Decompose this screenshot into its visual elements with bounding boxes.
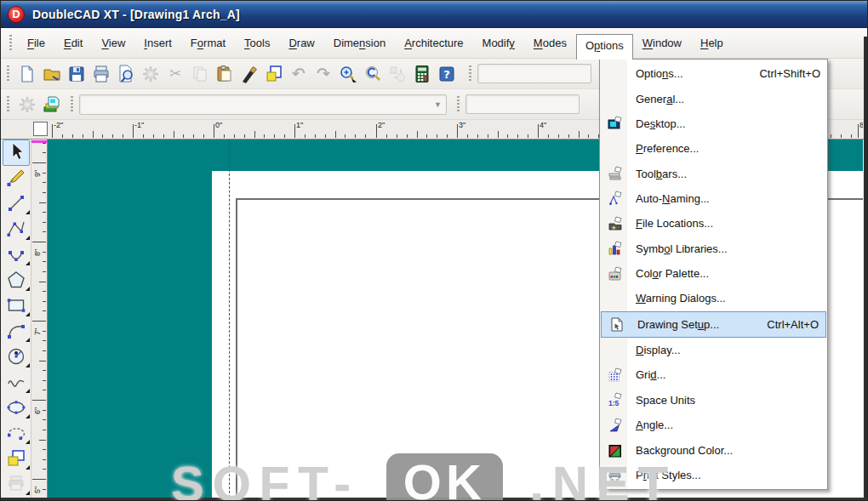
menu-item-options[interactable]: Options...Ctrl+Shift+O [600,61,827,86]
spline-tool[interactable] [1,369,31,395]
select-tool[interactable] [1,139,31,165]
menu-item-preference[interactable]: Preference... [600,136,827,161]
paste-button[interactable] [213,62,237,86]
menu-item-general[interactable]: General... [600,86,827,111]
field2-grip-handle[interactable] [457,96,460,113]
layer-combo[interactable]: ▼ [79,94,447,115]
print-preview-button[interactable] [114,62,138,86]
elliptical-arc-tool[interactable] [1,420,31,446]
sketch-tool[interactable] [1,165,31,191]
menu-item-toolbars[interactable]: Toolbars... [600,161,827,185]
rectangle-tool[interactable] [1,293,31,318]
cut-button: ✂ [163,62,187,86]
toolbar2-grip-handle[interactable] [7,96,9,113]
h-ruler-label: 1" [296,121,303,129]
menu-architecture[interactable]: Architecture [395,33,472,53]
ruler-tick [447,134,448,138]
flyout-triangle-icon[interactable] [26,491,30,495]
menu-options[interactable]: Options [576,34,633,60]
menu-modes[interactable]: Modes [524,33,576,53]
menu-item-auto-naming[interactable]: Auto-Naming... [600,186,827,211]
menu-view[interactable]: View [92,33,134,53]
menu-item-drawing-setup[interactable]: Drawing Setup...Ctrl+Alt+O [601,311,826,338]
circle-tool[interactable] [1,344,31,369]
menu-item-color-palette[interactable]: Color Palette... [600,261,827,286]
toolbar1-grip-handle[interactable] [7,65,9,83]
flyout-triangle-icon[interactable] [26,312,30,316]
flyout-triangle-icon[interactable] [26,338,30,342]
menu-tools[interactable]: Tools [235,33,279,53]
menu-format[interactable]: Format [181,33,235,53]
new-button[interactable] [15,62,39,86]
flyout-triangle-icon[interactable] [26,465,30,470]
ruler-origin-box[interactable] [33,122,48,136]
menu-item-desktop[interactable]: Desktop... [600,111,827,136]
curve-tool[interactable] [1,318,31,344]
print-button[interactable] [89,62,113,86]
auto-naming-icon [603,191,627,206]
menu-edit[interactable]: Edit [54,33,92,53]
flyout-triangle-icon[interactable] [26,210,30,214]
menu-item-file-locations[interactable]: ★File Locations... [600,211,827,236]
ruler-tick [858,124,859,138]
flyout-triangle-icon[interactable] [26,389,30,393]
chevron-down-icon[interactable]: ▼ [434,100,442,109]
menu-window[interactable]: Window [633,33,691,53]
menu-item-label: Drawing Setup... [637,318,719,331]
ruler-tick [183,134,184,138]
menu-item-warning-dialogs[interactable]: Warning Dialogs... [600,286,827,310]
zoom-in-button[interactable] [336,62,360,86]
menu-modify[interactable]: Modify [473,33,524,53]
ruler-tick [274,134,275,138]
menu-item-grid[interactable]: Grid... [600,362,827,387]
format-painter-button[interactable] [237,62,261,86]
flyout-triangle-icon[interactable] [26,363,30,367]
combo-grip-handle[interactable] [71,96,73,113]
field1-grip-handle[interactable] [469,65,471,83]
flyout-triangle-icon[interactable] [26,440,30,444]
polygon-tool[interactable] [1,267,31,293]
save-button[interactable] [65,62,89,86]
flyout-triangle-icon[interactable] [26,261,30,265]
assemble-button [385,62,409,86]
menu-file[interactable]: File [18,33,54,53]
ruler-tick [93,131,94,138]
ruler-tick [284,134,285,138]
menu-insert[interactable]: Insert [134,33,181,53]
flyout-triangle-icon[interactable] [26,414,30,418]
copy-entities-tool[interactable] [1,446,31,471]
ruler-tick [43,182,46,183]
line-tool[interactable] [1,191,31,216]
h-ruler-label: 3" [459,121,465,129]
help-button[interactable]: ? [435,62,459,86]
ellipse-tool[interactable] [1,395,31,420]
toolbars-icon [603,166,627,181]
coordinate-field-1[interactable] [477,64,591,83]
copy-entity-button[interactable] [262,62,286,86]
zoom-window-button[interactable] [361,62,385,86]
menu-item-label: Display... [636,344,681,356]
menu-draw[interactable]: Draw [279,33,323,53]
ruler-tick [43,252,46,253]
menu-item-angle[interactable]: Angle... [600,413,827,437]
polyline-tool[interactable] [1,216,31,242]
menu-item-symbol-libraries[interactable]: Symbol Libraries... [600,236,827,261]
flyout-triangle-icon[interactable] [26,287,30,291]
menu-dimension[interactable]: Dimension [324,33,395,53]
ruler-tick [39,440,46,441]
menu-item-display[interactable]: Display... [600,338,827,362]
coordinate-field-2[interactable] [465,94,580,114]
ruler-tick [83,134,83,138]
menu-help[interactable]: Help [691,33,733,53]
open-button[interactable] [40,62,64,86]
layers-button[interactable] [40,93,64,117]
menu-item-space-units[interactable]: 1:5Space Units [600,388,827,413]
ruler-tick [39,361,46,362]
ruler-tick [426,134,427,138]
menubar-grip-handle[interactable] [9,35,12,52]
watermark-badge: OK [386,453,503,501]
ruler-tick [397,134,397,138]
flyout-triangle-icon[interactable] [26,236,30,240]
arc-tool[interactable] [1,242,31,267]
calculator-button[interactable] [410,62,434,86]
